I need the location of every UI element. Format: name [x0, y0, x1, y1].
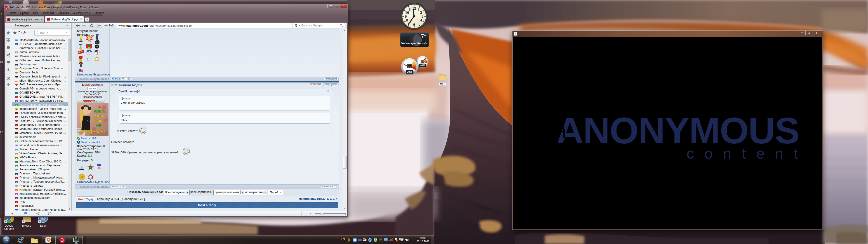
svg-text:G1: G1: [380, 239, 382, 240]
svg-text:ЗДЕСЬ: ЗДЕСЬ: [94, 109, 105, 113]
svg-text:МОЯ: МОЯ: [95, 114, 103, 118]
svg-text:PS: PS: [90, 167, 92, 168]
svg-text:ПРОЕЗЖАЛА?: ПРОЕЗЖАЛА?: [80, 130, 105, 133]
svg-text:А: А: [98, 105, 101, 109]
svg-text:КРЫША: КРЫША: [92, 119, 106, 123]
svg-text:99: 99: [363, 238, 365, 240]
svg-text:99: 99: [74, 237, 77, 240]
svg-text:EA: EA: [96, 45, 98, 48]
svg-text:PC: PC: [90, 177, 92, 178]
svg-text:НЕ: НЕ: [96, 123, 101, 127]
svg-text:II: II: [80, 45, 81, 47]
